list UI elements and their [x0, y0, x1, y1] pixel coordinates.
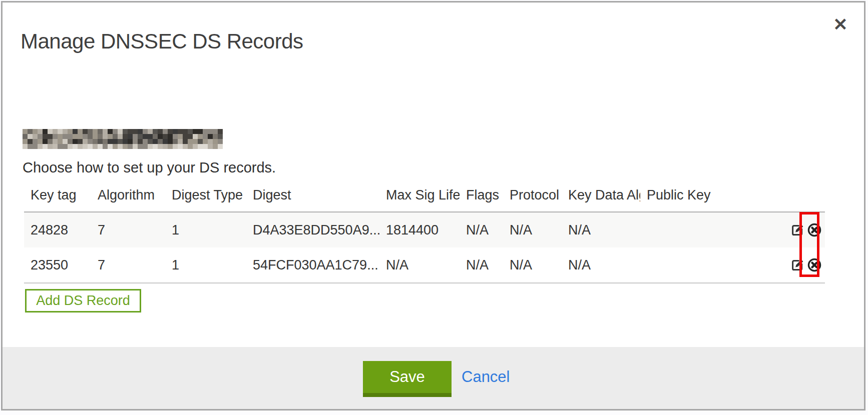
cell-public-key [640, 212, 783, 248]
close-x-icon: ✕ [833, 14, 847, 34]
delete-record-button[interactable] [807, 258, 822, 272]
cell-public-key [640, 248, 783, 283]
column-header-key-data-alg: Key Data Alg [562, 178, 640, 212]
column-header-max-sig-life: Max Sig Life [379, 178, 460, 212]
row-actions [790, 258, 825, 272]
cell-flags: N/A [460, 248, 503, 283]
cell-max-sig-life: N/A [379, 248, 460, 283]
add-ds-record-button[interactable]: Add DS Record [25, 289, 141, 312]
dialog-footer: Save Cancel [3, 347, 864, 409]
page-title: Manage DNSSEC DS Records [21, 30, 303, 54]
instruction-text: Choose how to set up your DS records. [23, 160, 276, 176]
column-header-key-tag: Key tag [24, 178, 91, 212]
cell-key-data-alg: N/A [562, 212, 640, 248]
cell-digest: D4A33E8DD550A9... [246, 212, 379, 248]
column-header-algorithm: Algorithm [91, 178, 165, 212]
table-header-row: Key tag Algorithm Digest Type Digest Max… [24, 178, 825, 212]
column-header-public-key: Public Key [640, 178, 783, 212]
close-button[interactable]: ✕ [827, 12, 853, 38]
edit-record-button[interactable] [790, 222, 805, 238]
edit-pencil-square-icon [790, 222, 805, 238]
cell-flags: N/A [460, 212, 503, 248]
cell-digest-type: 1 [165, 212, 246, 248]
column-header-flags: Flags [460, 178, 503, 212]
column-header-actions [783, 178, 825, 212]
column-header-protocol: Protocol [503, 178, 562, 212]
cell-key-data-alg: N/A [562, 248, 640, 283]
dnssec-dialog: Manage DNSSEC DS Records ✕ Choose how to… [1, 1, 865, 410]
redacted-domain [23, 129, 223, 149]
save-button[interactable]: Save [363, 361, 452, 397]
cancel-link[interactable]: Cancel [462, 361, 510, 393]
cell-algorithm: 7 [91, 248, 165, 283]
cell-key-tag: 23550 [24, 248, 91, 283]
cell-protocol: N/A [503, 212, 562, 248]
delete-x-circle-icon [807, 258, 822, 272]
table-row: 23550 7 1 54FCF030AA1C79... N/A N/A N/A … [24, 248, 825, 283]
ds-records-table: Key tag Algorithm Digest Type Digest Max… [24, 178, 825, 284]
row-actions [790, 222, 825, 238]
cell-protocol: N/A [503, 248, 562, 283]
cell-max-sig-life: 1814400 [379, 212, 460, 248]
cell-algorithm: 7 [91, 212, 165, 248]
delete-record-button[interactable] [807, 222, 822, 238]
column-header-digest-type: Digest Type [165, 178, 246, 212]
delete-x-circle-icon [807, 222, 822, 238]
edit-record-button[interactable] [790, 258, 805, 272]
cell-key-tag: 24828 [24, 212, 91, 248]
edit-pencil-square-icon [790, 258, 805, 272]
cell-digest-type: 1 [165, 248, 246, 283]
table-row: 24828 7 1 D4A33E8DD550A9... 1814400 N/A … [24, 212, 825, 248]
column-header-digest: Digest [246, 178, 379, 212]
cell-digest: 54FCF030AA1C79... [246, 248, 379, 283]
